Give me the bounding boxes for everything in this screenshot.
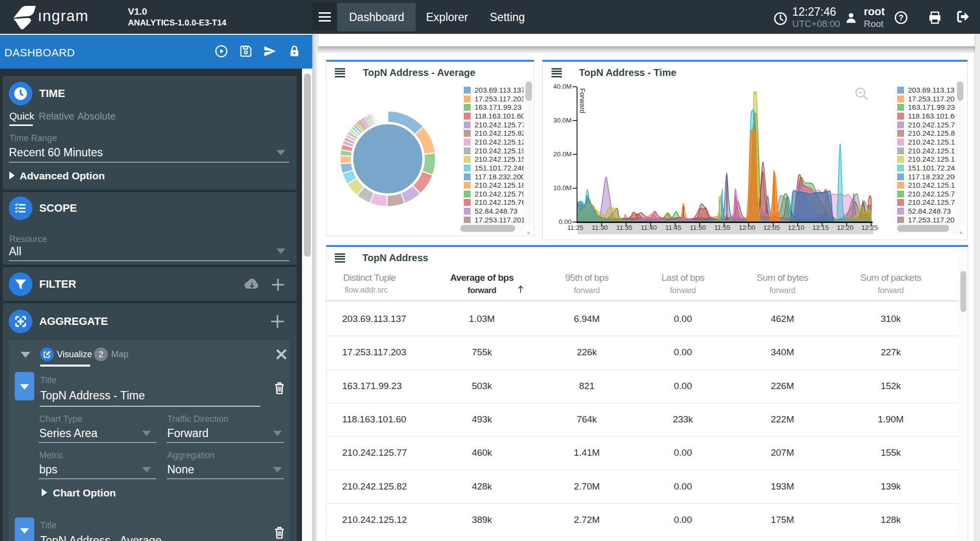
svg-text:2: 2 [99,350,103,359]
